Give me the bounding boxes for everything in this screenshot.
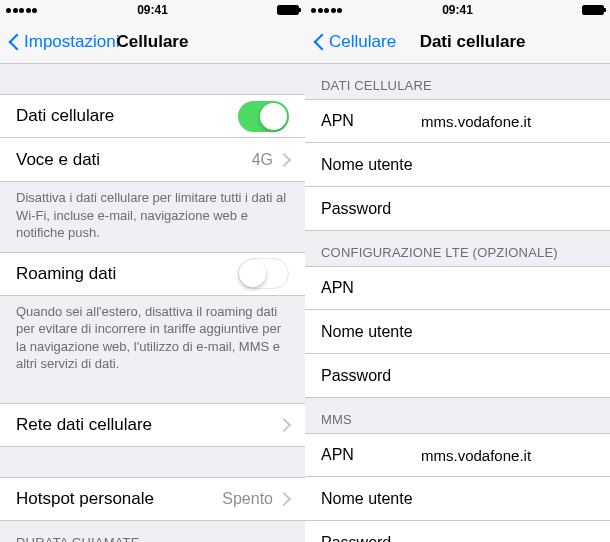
nav-bar: Cellulare Dati cellulare — [305, 20, 610, 64]
chevron-right-icon — [281, 418, 289, 431]
status-time: 09:41 — [137, 3, 168, 17]
apn-label: APN — [321, 446, 421, 464]
roaming-label: Roaming dati — [16, 264, 238, 284]
screen-cellular: 09:41 Impostazioni Cellulare Dati cellul… — [0, 0, 305, 542]
row-cellular-data[interactable]: Dati cellulare — [0, 94, 305, 138]
section-header-cellular: DATI CELLULARE — [305, 64, 610, 99]
signal-icon — [311, 8, 342, 13]
row-apn[interactable]: APN mms.vodafone.it — [305, 99, 610, 143]
row-hotspot[interactable]: Hotspot personale Spento — [0, 477, 305, 521]
battery-icon — [582, 5, 604, 15]
row-lte-apn[interactable]: APN — [305, 266, 610, 310]
cellular-data-toggle[interactable] — [238, 101, 289, 132]
row-username[interactable]: Nome utente — [305, 143, 610, 187]
section-header-mms: MMS — [305, 398, 610, 433]
apn-label: APN — [321, 279, 421, 297]
voice-data-value: 4G — [252, 151, 273, 169]
chevron-right-icon — [281, 492, 289, 505]
row-voice-data[interactable]: Voce e dati 4G — [0, 138, 305, 182]
nav-bar: Impostazioni Cellulare — [0, 20, 305, 64]
cellular-data-footer: Disattiva i dati cellulare per limitare … — [0, 182, 305, 252]
chevron-left-icon — [8, 32, 20, 52]
status-bar: 09:41 — [0, 0, 305, 20]
roaming-toggle[interactable] — [238, 258, 289, 289]
back-label: Impostazioni — [24, 32, 119, 52]
username-label: Nome utente — [321, 156, 421, 174]
page-title: Dati cellulare — [420, 32, 526, 52]
password-label: Password — [321, 367, 421, 385]
status-bar: 09:41 — [305, 0, 610, 20]
back-button[interactable]: Impostazioni — [8, 32, 119, 52]
roaming-footer: Quando sei all'estero, disattiva il roam… — [0, 296, 305, 383]
hotspot-label: Hotspot personale — [16, 489, 222, 509]
page-title: Cellulare — [117, 32, 189, 52]
hotspot-value: Spento — [222, 490, 273, 508]
apn-value[interactable]: mms.vodafone.it — [421, 447, 594, 464]
chevron-left-icon — [313, 32, 325, 52]
signal-icon — [6, 8, 37, 13]
content: Dati cellulare Voce e dati 4G Disattiva … — [0, 64, 305, 542]
apn-value[interactable]: mms.vodafone.it — [421, 113, 594, 130]
back-label: Cellulare — [329, 32, 396, 52]
row-cellular-network[interactable]: Rete dati cellulare — [0, 403, 305, 447]
username-label: Nome utente — [321, 323, 421, 341]
chevron-right-icon — [281, 153, 289, 166]
call-duration-header: DURATA CHIAMATE — [0, 521, 305, 542]
apn-label: APN — [321, 112, 421, 130]
row-lte-username[interactable]: Nome utente — [305, 310, 610, 354]
screen-cellular-data: 09:41 Cellulare Dati cellulare DATI CELL… — [305, 0, 610, 542]
section-header-lte: CONFIGURAZIONE LTE (OPZIONALE) — [305, 231, 610, 266]
password-label: Password — [321, 534, 421, 543]
row-mms-username[interactable]: Nome utente — [305, 477, 610, 521]
content: DATI CELLULARE APN mms.vodafone.it Nome … — [305, 64, 610, 542]
row-mms-password[interactable]: Password — [305, 521, 610, 542]
row-roaming[interactable]: Roaming dati — [0, 252, 305, 296]
status-time: 09:41 — [442, 3, 473, 17]
password-label: Password — [321, 200, 421, 218]
row-mms-apn[interactable]: APN mms.vodafone.it — [305, 433, 610, 477]
voice-data-label: Voce e dati — [16, 150, 252, 170]
row-password[interactable]: Password — [305, 187, 610, 231]
battery-icon — [277, 5, 299, 15]
row-lte-password[interactable]: Password — [305, 354, 610, 398]
cellular-network-label: Rete dati cellulare — [16, 415, 273, 435]
username-label: Nome utente — [321, 490, 421, 508]
back-button[interactable]: Cellulare — [313, 32, 396, 52]
cellular-data-label: Dati cellulare — [16, 106, 238, 126]
